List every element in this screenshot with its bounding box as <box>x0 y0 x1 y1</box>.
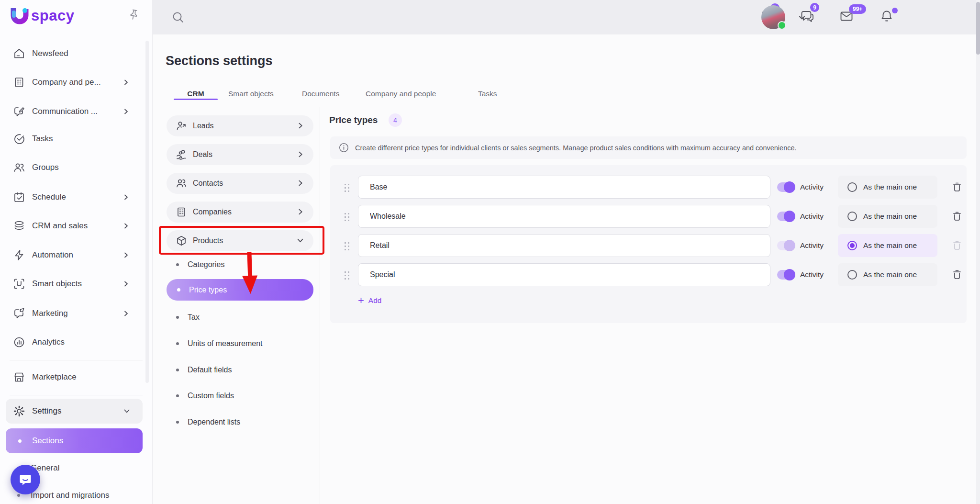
sidebar-item-communication[interactable]: Communication ... <box>0 100 152 123</box>
bullet-icon <box>18 439 22 443</box>
activity-toggle[interactable] <box>777 212 793 221</box>
pin-icon[interactable] <box>127 9 140 21</box>
subnav-item-price-types[interactable]: Price types <box>167 279 313 301</box>
notifications-button[interactable] <box>880 9 896 25</box>
sidebar-item-label: Smart objects <box>32 279 82 289</box>
logo-text: spacy <box>31 7 74 24</box>
logo[interactable]: spacy <box>9 4 74 28</box>
tab-documents[interactable]: Documents <box>302 90 339 98</box>
activity-toggle[interactable] <box>777 270 793 280</box>
sidebar-item-smart-objects[interactable]: Smart objects <box>0 272 152 295</box>
main-label: As the main one <box>863 241 917 250</box>
subnav-item-contacts[interactable]: Contacts <box>167 173 313 194</box>
activity-label: Activity <box>800 263 824 286</box>
sidebar-item-marketplace[interactable]: Marketplace <box>0 366 152 389</box>
sidebar-item-automation[interactable]: Automation <box>0 244 152 267</box>
sidebar-item-label: Groups <box>32 163 59 172</box>
add-button-label: Add <box>368 296 382 305</box>
subnav-item-deals[interactable]: Deals <box>167 144 313 165</box>
subnav-item-label: Contacts <box>193 179 223 188</box>
sidebar-item-company-and-people[interactable]: Company and pe... <box>0 71 152 94</box>
tab-smart-objects[interactable]: Smart objects <box>228 90 274 98</box>
sidebar-item-settings[interactable]: Settings <box>6 399 143 424</box>
subnav-item-custom-fields[interactable]: Custom fields <box>167 386 313 405</box>
main-radio-option[interactable]: As the main one <box>838 205 937 228</box>
profile-menu-button[interactable] <box>798 13 806 22</box>
lead-icon <box>176 120 187 132</box>
chevron-right-icon <box>122 108 129 115</box>
drag-handle-icon[interactable] <box>344 270 349 280</box>
sidebar-item-analytics[interactable]: Analytics <box>0 331 152 354</box>
sidebar-item-marketing[interactable]: Marketing <box>0 302 152 325</box>
main-label: As the main one <box>863 212 917 221</box>
price-type-name-input[interactable] <box>358 176 770 199</box>
sidebar-item-tasks[interactable]: Tasks <box>0 127 152 150</box>
main-radio-option[interactable]: As the main one <box>838 176 937 199</box>
sidebar-item-crm-and-sales[interactable]: CRM and sales <box>0 214 152 237</box>
page-title: Sections settings <box>166 54 273 68</box>
subnav-item-label: Products <box>193 236 223 245</box>
subnav-item-default-fields[interactable]: Default fields <box>167 360 313 380</box>
mail-button[interactable]: 99+ <box>839 9 856 25</box>
plus-icon: + <box>358 295 364 306</box>
radio-icon[interactable] <box>847 270 857 280</box>
subnav-item-dependent-lists[interactable]: Dependent lists <box>167 413 313 432</box>
toggle-knob <box>784 181 795 193</box>
megaphone-chat-icon <box>13 307 25 320</box>
subnav-item-tax[interactable]: Tax <box>167 308 313 327</box>
toggle-knob <box>784 240 795 251</box>
price-type-name-input[interactable] <box>358 205 770 228</box>
chevron-right-icon <box>297 179 304 187</box>
radio-icon[interactable] <box>847 241 857 250</box>
chat-pencil-icon <box>13 105 25 118</box>
sidebar-item-schedule[interactable]: Schedule <box>0 186 152 209</box>
support-chat-launcher[interactable] <box>11 465 40 494</box>
subnav-item-companies[interactable]: Companies <box>167 202 313 223</box>
tab-tasks[interactable]: Tasks <box>478 90 497 98</box>
subnav-item-label: Custom fields <box>188 392 234 400</box>
drag-handle-icon[interactable] <box>344 241 349 251</box>
tab-company-and-people[interactable]: Company and people <box>366 90 436 98</box>
trash-icon <box>951 269 963 280</box>
radio-icon[interactable] <box>847 212 857 221</box>
drag-handle-icon[interactable] <box>344 182 349 192</box>
deal-icon <box>176 149 187 160</box>
add-price-type-button[interactable]: + Add <box>358 295 381 306</box>
main-radio-option[interactable]: As the main one <box>838 263 937 286</box>
drag-handle-icon[interactable] <box>344 212 349 222</box>
price-type-name-input[interactable] <box>358 234 770 257</box>
sidebar-item-label: Communication ... <box>32 107 98 116</box>
delete-button[interactable] <box>951 269 963 280</box>
activity-label: Activity <box>800 234 824 257</box>
sidebar-item-groups[interactable]: Groups <box>0 156 152 179</box>
page-scrollbar[interactable] <box>976 0 980 504</box>
activity-toggle[interactable] <box>777 182 793 192</box>
bullet-icon <box>176 369 179 371</box>
delete-button[interactable] <box>951 240 963 251</box>
bullet-icon <box>176 421 179 424</box>
subnav-item-categories[interactable]: Categories <box>167 255 313 274</box>
delete-button[interactable] <box>951 181 963 193</box>
delete-button[interactable] <box>951 211 963 222</box>
subnav-item-label: Leads <box>193 122 214 130</box>
main-radio-option[interactable]: As the main one <box>838 234 937 257</box>
price-type-name-input[interactable] <box>358 263 770 286</box>
sidebar-item-sections[interactable]: Sections <box>6 428 143 453</box>
price-type-row: Activity As the main one <box>330 234 967 257</box>
check-circle-icon <box>13 133 25 145</box>
subnav-item-units-of-measurement[interactable]: Units of measurement <box>167 334 313 353</box>
subnav-item-leads[interactable]: Leads <box>167 115 313 136</box>
subnav-item-products[interactable]: Products <box>167 230 313 251</box>
search-button[interactable] <box>171 11 185 24</box>
store-icon <box>13 371 25 383</box>
bullet-icon <box>177 288 180 291</box>
tab-crm[interactable]: CRM <box>174 90 218 98</box>
radio-icon[interactable] <box>847 182 857 192</box>
calendar-check-icon <box>13 191 25 203</box>
scrollbar-thumb[interactable] <box>976 2 980 55</box>
team-chat-badge: 9 <box>810 3 819 12</box>
chevron-right-icon <box>122 223 129 229</box>
activity-toggle[interactable] <box>777 241 793 250</box>
sidebar-item-newsfeed[interactable]: Newsfeed <box>0 42 152 65</box>
sidebar: spacy Newsfeed Company and pe... Communi… <box>0 0 153 504</box>
